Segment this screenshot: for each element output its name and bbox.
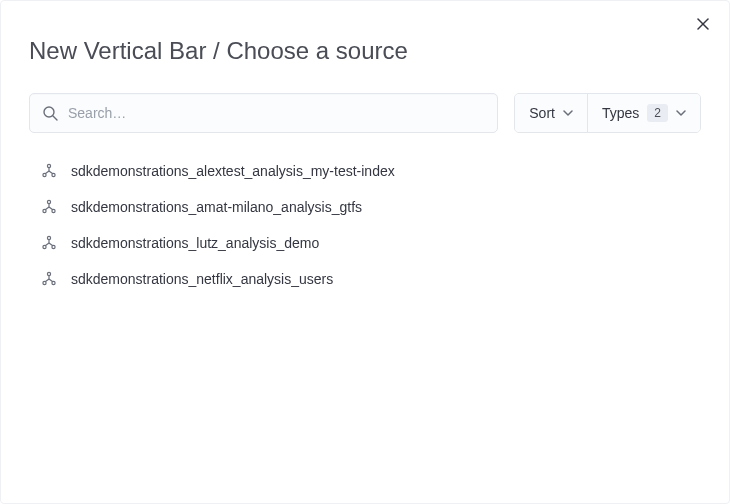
source-list: sdkdemonstrations_alextest_analysis_my-t…: [29, 149, 701, 301]
svg-point-10: [47, 200, 50, 203]
source-item[interactable]: sdkdemonstrations_lutz_analysis_demo: [29, 225, 701, 261]
chevron-down-icon: [563, 108, 573, 118]
source-item[interactable]: sdkdemonstrations_netflix_analysis_users: [29, 261, 701, 297]
sort-button[interactable]: Sort: [515, 94, 587, 132]
index-pattern-icon: [41, 271, 57, 287]
chevron-down-icon: [676, 108, 686, 118]
types-button[interactable]: Types 2: [587, 94, 700, 132]
svg-line-3: [53, 116, 57, 120]
source-label: sdkdemonstrations_netflix_analysis_users: [71, 271, 333, 287]
index-pattern-icon: [41, 199, 57, 215]
svg-point-2: [44, 107, 54, 117]
source-item[interactable]: sdkdemonstrations_amat-milano_analysis_g…: [29, 189, 701, 225]
source-label: sdkdemonstrations_amat-milano_analysis_g…: [71, 199, 362, 215]
svg-line-15: [49, 207, 53, 210]
close-icon: [697, 18, 709, 33]
controls-row: Sort Types 2: [29, 93, 701, 133]
search-icon: [42, 105, 58, 121]
types-count-badge: 2: [647, 104, 668, 122]
svg-point-22: [47, 272, 50, 275]
svg-line-14: [45, 207, 49, 210]
search-field-wrap[interactable]: [29, 93, 498, 133]
source-label: sdkdemonstrations_lutz_analysis_demo: [71, 235, 319, 251]
filter-group: Sort Types 2: [514, 93, 701, 133]
svg-line-21: [49, 243, 53, 246]
page-title: New Vertical Bar / Choose a source: [29, 37, 701, 65]
svg-line-9: [49, 171, 53, 174]
index-pattern-icon: [41, 163, 57, 179]
svg-point-4: [47, 164, 50, 167]
svg-line-27: [49, 279, 53, 282]
sort-label: Sort: [529, 105, 555, 121]
source-item[interactable]: sdkdemonstrations_alextest_analysis_my-t…: [29, 153, 701, 189]
types-label: Types: [602, 105, 639, 121]
choose-source-panel: New Vertical Bar / Choose a source Sort: [0, 0, 730, 504]
svg-line-26: [45, 279, 49, 282]
svg-line-20: [45, 243, 49, 246]
index-pattern-icon: [41, 235, 57, 251]
close-button[interactable]: [691, 13, 715, 37]
source-label: sdkdemonstrations_alextest_analysis_my-t…: [71, 163, 395, 179]
search-input[interactable]: [68, 105, 485, 121]
svg-line-8: [45, 171, 49, 174]
svg-point-16: [47, 236, 50, 239]
